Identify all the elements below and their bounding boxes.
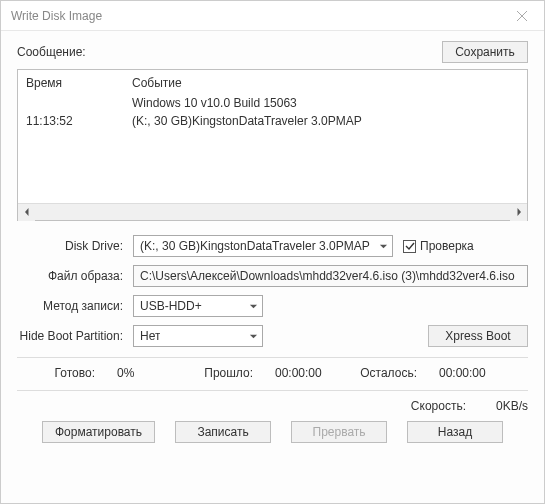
separator (17, 357, 528, 358)
disk-drive-label: Disk Drive: (17, 239, 133, 253)
titlebar: Write Disk Image (1, 1, 544, 31)
write-method-select[interactable]: USB-HDD+ (133, 295, 263, 317)
log-time: 11:13:52 (26, 114, 132, 128)
disk-drive-value: (K:, 30 GB)KingstonDataTraveler 3.0PMAP (140, 239, 370, 253)
window: Write Disk Image Сообщение: Сохранить Вр… (0, 0, 545, 504)
status-row: Готово: 0% Прошло: 00:00:00 Осталось: 00… (17, 366, 528, 380)
write-method-label: Метод записи: (17, 299, 133, 313)
image-file-field[interactable]: C:\Users\Алексей\Downloads\mhdd32ver4.6.… (133, 265, 528, 287)
format-button[interactable]: Форматировать (42, 421, 155, 443)
log-header-event: Событие (132, 76, 182, 90)
log-header: Время Событие (18, 70, 527, 94)
speed-row: Скорость: 0KB/s (17, 399, 528, 413)
window-title: Write Disk Image (11, 9, 102, 23)
write-button[interactable]: Записать (175, 421, 271, 443)
write-method-value: USB-HDD+ (140, 299, 202, 313)
check-icon (405, 241, 415, 251)
separator (17, 390, 528, 391)
log-event: Windows 10 v10.0 Build 15063 (132, 96, 297, 110)
content: Сообщение: Сохранить Время Событие Windo… (1, 31, 544, 503)
chevron-down-icon (249, 332, 258, 341)
remaining-value: 00:00:00 (439, 366, 486, 380)
horizontal-scrollbar[interactable] (18, 203, 527, 220)
hide-boot-value: Нет (140, 329, 160, 343)
hide-boot-select[interactable]: Нет (133, 325, 263, 347)
save-button[interactable]: Сохранить (442, 41, 528, 63)
message-label: Сообщение: (17, 45, 86, 59)
elapsed-label: Прошло: (187, 366, 253, 380)
image-file-label: Файл образа: (17, 269, 133, 283)
abort-button[interactable]: Прервать (291, 421, 387, 443)
log-event: (K:, 30 GB)KingstonDataTraveler 3.0PMAP (132, 114, 362, 128)
chevron-left-icon (23, 208, 31, 216)
action-row: Форматировать Записать Прервать Назад (17, 421, 528, 443)
log-body: Windows 10 v10.0 Build 15063 11:13:52 (K… (18, 94, 527, 203)
elapsed-value: 00:00:00 (275, 366, 355, 380)
remaining-label: Осталось: (355, 366, 417, 380)
scroll-left-arrow[interactable] (18, 204, 35, 221)
scroll-track[interactable] (35, 204, 510, 221)
log-panel: Время Событие Windows 10 v10.0 Build 150… (17, 69, 528, 221)
form-area: Disk Drive: (K:, 30 GB)KingstonDataTrave… (17, 235, 528, 443)
ready-label: Готово: (17, 366, 95, 380)
log-row: Windows 10 v10.0 Build 15063 (26, 94, 519, 112)
speed-label: Скорость: (411, 399, 466, 413)
back-button[interactable]: Назад (407, 421, 503, 443)
verify-label: Проверка (420, 239, 474, 253)
disk-drive-select[interactable]: (K:, 30 GB)KingstonDataTraveler 3.0PMAP (133, 235, 393, 257)
image-file-value: C:\Users\Алексей\Downloads\mhdd32ver4.6.… (140, 269, 515, 283)
verify-checkbox-wrap[interactable]: Проверка (403, 239, 474, 253)
log-row: 11:13:52 (K:, 30 GB)KingstonDataTraveler… (26, 112, 519, 130)
log-time (26, 96, 132, 110)
speed-value: 0KB/s (484, 399, 528, 413)
ready-value: 0% (117, 366, 187, 380)
xpress-boot-button[interactable]: Xpress Boot (428, 325, 528, 347)
chevron-right-icon (515, 208, 523, 216)
hide-boot-label: Hide Boot Partition: (17, 329, 133, 343)
close-icon (517, 11, 527, 21)
verify-checkbox[interactable] (403, 240, 416, 253)
chevron-down-icon (249, 302, 258, 311)
chevron-down-icon (379, 242, 388, 251)
log-header-time: Время (26, 76, 132, 90)
scroll-right-arrow[interactable] (510, 204, 527, 221)
close-button[interactable] (508, 5, 536, 27)
